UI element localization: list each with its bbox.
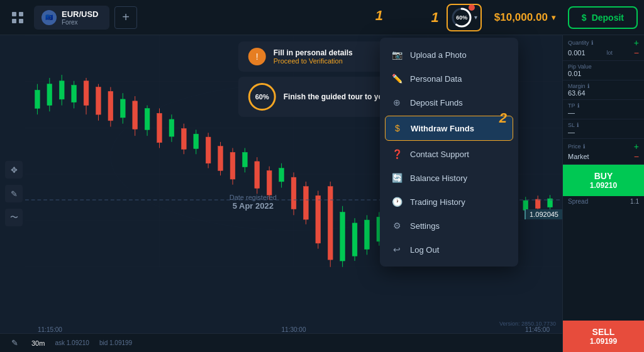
margin-label-row: Margin ℹ — [568, 83, 639, 89]
pair-flag: 🇪🇺 — [42, 10, 57, 25]
menu-label-support: Contact Support — [410, 150, 469, 159]
svg-rect-50 — [206, 137, 211, 163]
svg-rect-26 — [120, 99, 125, 118]
quantity-section: Quantity ℹ + 0.001 lot − — [563, 35, 644, 61]
deposit-icon: $ — [582, 13, 587, 23]
menu-balance-history[interactable]: 🔄 Balance History — [380, 166, 518, 190]
svg-rect-44 — [133, 101, 138, 129]
progress-chevron: ▾ — [474, 14, 477, 21]
svg-rect-42 — [108, 91, 113, 121]
date-registered-label: Date registered — [230, 194, 277, 201]
menu-contact-support[interactable]: ❓ Contact Support — [380, 142, 518, 166]
pip-value: 0.01 — [568, 70, 639, 77]
right-panel: Quantity ℹ + 0.001 lot − Pip Value 0.01 … — [562, 35, 644, 352]
svg-rect-30 — [169, 119, 174, 136]
add-tab-button[interactable]: + — [114, 6, 137, 29]
price-label-row: Price ℹ + — [568, 141, 639, 151]
quantity-minus[interactable]: − — [634, 48, 639, 58]
menu-log-out[interactable]: ↩ Log Out — [380, 238, 518, 261]
menu-trading-history[interactable]: 🕐 Trading History — [380, 190, 518, 214]
svg-rect-20 — [47, 84, 52, 106]
notification-text: Fill in personal details Proceed to Veri… — [274, 48, 353, 65]
grid-icon[interactable] — [6, 6, 29, 29]
quantity-unit: lot — [606, 50, 613, 56]
quantity-value: 0.001 — [568, 49, 586, 57]
price-info-icon: ℹ — [583, 143, 585, 150]
cursor-tool[interactable]: ✥ — [5, 161, 23, 179]
price-plus[interactable]: + — [634, 141, 639, 151]
main-area: ✥ ✎ 〜 — [0, 35, 644, 352]
menu-label-logout: Log Out — [410, 245, 439, 255]
date-registered-value: 5 Apr 2022 — [230, 201, 277, 211]
svg-rect-3 — [19, 19, 23, 23]
svg-rect-52 — [218, 146, 223, 171]
tp-section: TP ℹ — — [563, 100, 644, 119]
menu-withdraw-funds[interactable]: $ Withdraw Funds — [385, 116, 513, 141]
spread-label: Spread — [568, 198, 588, 205]
dollar-icon: $ — [392, 123, 403, 134]
notif-title-1: Fill in personal details — [274, 48, 353, 57]
balance-button[interactable]: $10,000.00 ▾ — [487, 11, 563, 24]
svg-rect-102 — [535, 199, 540, 209]
menu-personal-data[interactable]: ✏️ Personal Data — [380, 67, 518, 91]
balance-amount: $10,000.00 — [494, 11, 548, 24]
svg-rect-34 — [242, 152, 247, 167]
menu-settings[interactable]: ⚙ Settings — [380, 214, 518, 238]
sl-info-icon: ℹ — [577, 122, 579, 128]
price-value: Market — [568, 153, 589, 160]
menu-label-upload: Upload a Photo — [410, 50, 467, 60]
svg-rect-64 — [316, 195, 321, 243]
sell-button[interactable]: SELL 1.09199 — [563, 321, 644, 352]
svg-rect-38 — [84, 81, 89, 106]
tp-label-row: TP ℹ — [568, 102, 639, 109]
price-section: Price ℹ + Market − — [563, 139, 644, 165]
svg-rect-1 — [19, 12, 23, 16]
tp-label: TP — [568, 102, 575, 109]
sl-label: SL — [568, 122, 575, 128]
crosshair-tool[interactable]: ✎ — [5, 185, 23, 202]
deposit-button[interactable]: $ Deposit — [568, 6, 638, 29]
menu-upload-photo[interactable]: 📷 Upload a Photo — [380, 43, 518, 67]
camera-icon: 📷 — [391, 49, 402, 60]
menu-label-personal: Personal Data — [410, 74, 462, 84]
buy-button[interactable]: BUY 1.09210 — [563, 165, 644, 196]
notif-link-1[interactable]: Proceed to Verification — [274, 57, 353, 65]
price-label: Price — [568, 143, 581, 150]
warning-icon: ! — [248, 48, 266, 65]
svg-rect-86 — [523, 201, 528, 211]
menu-label-balance-history: Balance History — [410, 173, 467, 183]
progress-button[interactable]: 60% ▾ — [447, 4, 482, 31]
svg-rect-24 — [72, 85, 77, 102]
svg-rect-28 — [145, 108, 150, 129]
quantity-label: Quantity — [568, 40, 589, 46]
svg-rect-62 — [304, 187, 309, 219]
step-number-1: 1 — [431, 9, 439, 26]
margin-info-icon: ℹ — [587, 83, 589, 89]
pencil-tool[interactable]: ✎ — [8, 336, 21, 350]
pair-tab[interactable]: 🇪🇺 EUR/USD Forex — [34, 6, 109, 30]
price-indicator: 1.092045 — [525, 209, 562, 219]
svg-rect-36 — [279, 168, 284, 182]
time-label-2: 11:30:00 — [282, 326, 306, 333]
margin-label: Margin — [568, 83, 586, 89]
timeframe-30m[interactable]: 30m — [31, 339, 45, 347]
progress-circle: 60% — [450, 6, 473, 29]
svg-rect-18 — [35, 90, 40, 108]
step-number-2-overlay: 2 — [499, 110, 507, 126]
left-toolbar: ✥ ✎ 〜 — [5, 161, 23, 226]
tour-progress-icon: 60% — [248, 83, 276, 111]
topbar: 🇪🇺 EUR/USD Forex + 1 60% ▾ $10,000.00 ▾ … — [0, 0, 644, 35]
svg-rect-68 — [340, 212, 345, 261]
refresh-icon: 🔄 — [391, 172, 402, 184]
svg-rect-0 — [12, 12, 16, 16]
tp-value: — — [568, 109, 639, 116]
svg-rect-72 — [365, 220, 370, 250]
price-minus[interactable]: − — [634, 151, 639, 162]
menu-deposit-funds[interactable]: ⊕ Deposit Funds — [380, 91, 518, 114]
wave-tool[interactable]: 〜 — [5, 209, 23, 226]
quantity-plus[interactable]: + — [634, 38, 639, 48]
pair-category: Forex — [62, 19, 99, 26]
margin-value: 63.64 — [568, 89, 639, 97]
progress-text: 60% — [456, 14, 467, 21]
plus-circle-icon: ⊕ — [391, 97, 402, 108]
